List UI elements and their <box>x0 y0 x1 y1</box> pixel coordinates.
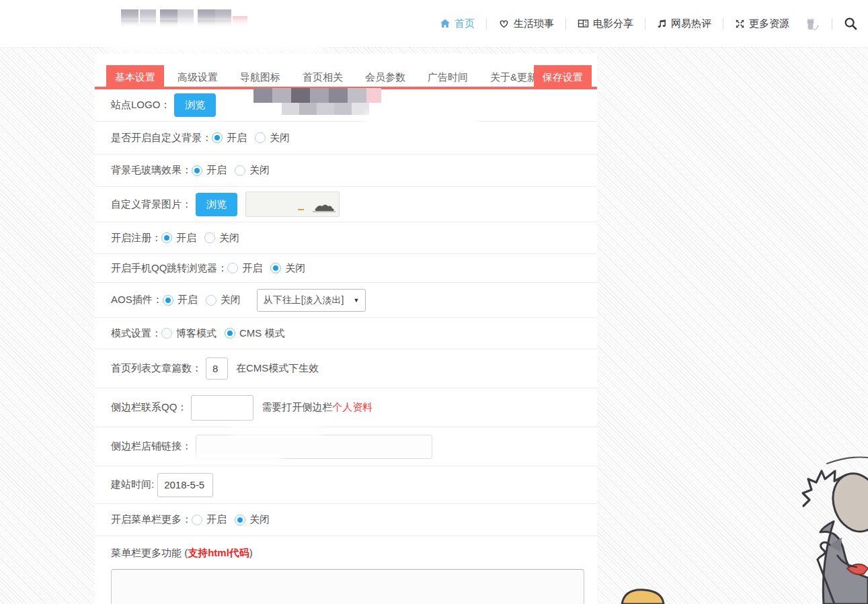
nav-item-label: 生活琐事 <box>514 17 554 30</box>
field-label: 侧边栏联系QQ： <box>111 401 187 414</box>
post-count-input[interactable] <box>206 357 228 380</box>
nav-item-label: 首页 <box>455 17 475 30</box>
row-custom-background: 是否开启自定义背景： 开启 关闭 <box>95 122 597 155</box>
field-label: 开启菜单栏更多： <box>111 513 192 526</box>
music-icon <box>657 18 667 29</box>
main-nav: 首页 生活琐事 电影分享 网易热评 <box>440 0 857 47</box>
radio-option-on[interactable]: 开启 <box>192 164 235 177</box>
radio-icon[interactable] <box>206 295 216 306</box>
browse-background-button[interactable]: 浏览 <box>196 193 237 216</box>
logo-preview-blurred <box>253 87 411 120</box>
radio-option-on[interactable]: 开启 <box>212 132 255 144</box>
radio-icon[interactable] <box>161 232 172 243</box>
shop-link-input[interactable] <box>196 435 432 459</box>
nav-divider <box>723 18 723 30</box>
row-post-count: 首页列表文章篇数： 在CMS模式下生效 <box>95 349 597 388</box>
radio-icon[interactable] <box>212 132 223 143</box>
nav-divider <box>645 18 645 30</box>
row-shop-link: 侧边栏店铺链接： <box>95 427 597 466</box>
nav-item-label: 网易热评 <box>671 17 711 30</box>
radio-icon[interactable] <box>235 165 245 176</box>
nav-item-label: 电影分享 <box>593 17 633 30</box>
radio-option-off[interactable]: 关闭 <box>206 294 249 306</box>
radio-icon[interactable] <box>235 515 245 525</box>
expand-icon <box>735 19 745 29</box>
row-sidebar-qq: 侧边栏联系QQ： 需要打开侧边栏个人资料 <box>95 388 597 427</box>
nav-item-life[interactable]: 生活琐事 <box>498 17 554 30</box>
row-background-image: 自定义背景图片： 浏览 <box>95 187 597 222</box>
radio-icon[interactable] <box>161 328 172 339</box>
field-label: 开启手机QQ跳转浏览器： <box>111 262 227 275</box>
chevron-down-icon: ▼ <box>353 297 359 304</box>
aos-animation-select[interactable]: 从下往上[淡入淡出] ▼ <box>257 289 366 312</box>
row-site-date: 建站时间: <box>95 466 597 504</box>
radio-icon[interactable] <box>192 515 202 525</box>
radio-option-off[interactable]: 关闭 <box>255 132 298 144</box>
nav-divider <box>486 18 487 30</box>
radio-option-off[interactable]: 关闭 <box>235 164 278 177</box>
row-site-logo: 站点LOGO： 浏览 <box>95 89 597 122</box>
field-label: 开启注册： <box>111 232 161 245</box>
field-label-suffix: ) <box>249 547 253 558</box>
profile-link[interactable]: 个人资料 <box>332 401 372 413</box>
tab-ad-time[interactable]: 广告时间 <box>419 65 477 89</box>
field-label: 背景毛玻璃效果： <box>111 164 192 177</box>
settings-tabbar: 基本设置 高级设置 导航图标 首页相关 会员参数 广告时间 关于&更新 保存设置 <box>95 54 597 89</box>
radio-option-on[interactable]: 开启 <box>227 262 270 275</box>
radio-option-blog[interactable]: 博客模式 <box>161 327 225 340</box>
hint-text: 需要打开侧边栏 <box>262 401 332 413</box>
nav-item-hot-comments[interactable]: 网易热评 <box>657 17 711 30</box>
nav-item-more-resources[interactable]: 更多资源 <box>735 17 789 30</box>
radio-option-cms[interactable]: CMS 模式 <box>225 327 293 340</box>
radio-icon[interactable] <box>204 232 215 243</box>
radio-icon[interactable] <box>270 263 281 273</box>
field-label: 是否开启自定义背景： <box>111 132 212 144</box>
field-label: 自定义背景图片： <box>111 198 192 211</box>
field-label: 站点LOGO： <box>111 99 170 112</box>
tab-home-related[interactable]: 首页相关 <box>294 65 352 89</box>
save-settings-button[interactable]: 保存设置 <box>534 65 592 89</box>
menu-more-html-textarea[interactable] <box>111 569 584 604</box>
field-label: 模式设置： <box>111 327 161 340</box>
radio-icon[interactable] <box>163 295 173 306</box>
radio-icon[interactable] <box>227 263 238 273</box>
nav-item-movies[interactable]: 电影分享 <box>578 17 633 30</box>
radio-icon[interactable] <box>255 132 266 143</box>
radio-icon[interactable] <box>225 328 235 339</box>
search-icon[interactable] <box>844 17 857 30</box>
logo-white-glow <box>101 19 329 51</box>
radio-option-on[interactable]: 开启 <box>163 294 206 306</box>
browse-logo-button[interactable]: 浏览 <box>174 93 216 117</box>
sidebar-qq-input[interactable] <box>191 395 253 421</box>
tab-basic-settings[interactable]: 基本设置 <box>106 65 164 89</box>
row-qq-browser-jump: 开启手机QQ跳转浏览器： 开启 关闭 <box>95 254 597 283</box>
film-icon <box>578 18 589 29</box>
home-icon <box>440 18 450 29</box>
settings-panel: 基本设置 高级设置 导航图标 首页相关 会员参数 广告时间 关于&更新 保存设置… <box>95 54 597 604</box>
field-label: 侧边栏店铺链接： <box>111 440 192 453</box>
radio-icon[interactable] <box>192 165 202 176</box>
cat-icon[interactable] <box>804 16 820 31</box>
nav-item-label: 更多资源 <box>749 17 789 30</box>
heart-icon <box>498 18 510 29</box>
post-count-hint: 在CMS模式下生效 <box>236 362 319 375</box>
radio-option-off[interactable]: 关闭 <box>235 513 278 526</box>
site-date-input[interactable] <box>157 473 213 497</box>
field-label: AOS插件： <box>111 294 163 306</box>
field-label: 菜单栏更多功能 ( <box>111 547 188 558</box>
tab-member-params[interactable]: 会员参数 <box>356 65 414 89</box>
radio-option-off[interactable]: 关闭 <box>204 232 247 245</box>
row-register: 开启注册： 开启 关闭 <box>95 222 597 254</box>
radio-option-on[interactable]: 开启 <box>192 513 235 526</box>
html-support-note: 支持html代码 <box>188 547 249 558</box>
nav-divider <box>565 18 566 30</box>
row-menu-more-html: 菜单栏更多功能 (支持html代码) <box>95 536 597 604</box>
tab-advanced-settings[interactable]: 高级设置 <box>169 65 227 89</box>
field-label: 首页列表文章篇数： <box>111 362 202 375</box>
row-aos-plugin: AOS插件： 开启 关闭 从下往上[淡入淡出] ▼ <box>95 283 597 318</box>
nav-item-home[interactable]: 首页 <box>440 17 475 30</box>
row-menu-more: 开启菜单栏更多： 开启 关闭 <box>95 504 597 536</box>
tab-nav-icons[interactable]: 导航图标 <box>231 65 289 89</box>
radio-option-off[interactable]: 关闭 <box>270 262 313 275</box>
radio-option-on[interactable]: 开启 <box>161 232 204 245</box>
